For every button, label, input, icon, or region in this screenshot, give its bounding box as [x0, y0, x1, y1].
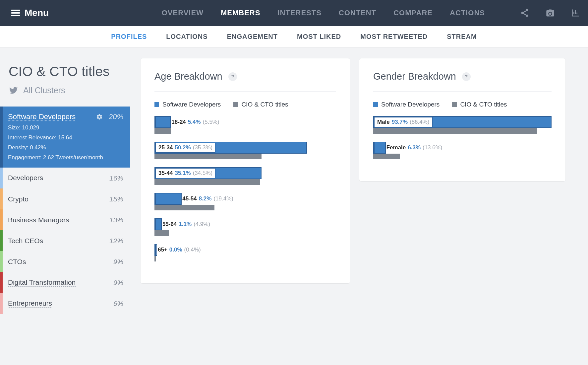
bar-label: Male 93.7% (86.4%) — [375, 117, 433, 127]
legend-item-secondary: CIO & CTO titles — [233, 101, 288, 108]
cluster-pct: 6% — [113, 300, 123, 308]
legend-item-primary: Software Developers — [154, 101, 221, 108]
cluster-name: Crypto — [8, 195, 29, 203]
top-nav: Menu OVERVIEWMEMBERSINTERESTSCONTENTCOMP… — [0, 0, 588, 26]
cluster-pct: 9% — [113, 279, 123, 287]
subnav-link-most-retweeted[interactable]: MOST RETWEETED — [360, 33, 428, 40]
nav-link-content[interactable]: CONTENT — [330, 0, 385, 26]
cluster-name: Tech CEOs — [8, 237, 43, 245]
cluster-item[interactable]: Business Managers13% — [0, 209, 130, 230]
bar-secondary — [154, 256, 156, 261]
sub-nav: PROFILESLOCATIONSENGAGEMENTMOST LIKEDMOS… — [0, 26, 588, 48]
cluster-name: Digital Transformation — [8, 278, 76, 287]
cluster-item[interactable]: Developers16% — [0, 168, 130, 188]
bar-row: 25-34 50.2% (35.3%) — [154, 142, 336, 159]
bar-primary: Female 6.3% (13.6%) — [373, 142, 386, 154]
subnav-link-stream[interactable]: STREAM — [447, 33, 477, 40]
cluster-item[interactable]: Digital Transformation9% — [0, 272, 130, 293]
cluster-pct: 15% — [109, 195, 123, 203]
bar-row: Male 93.7% (86.4%) — [373, 116, 552, 134]
help-icon[interactable]: ? — [462, 72, 471, 81]
nav-link-compare[interactable]: COMPARE — [385, 0, 441, 26]
cluster-pct: 16% — [109, 174, 123, 182]
bar-secondary — [154, 128, 171, 134]
bar-row: Female 6.3% (13.6%) — [373, 142, 552, 159]
bar-secondary — [373, 154, 400, 159]
bar-primary: Male 93.7% (86.4%) — [373, 116, 552, 128]
share-button[interactable] — [512, 0, 538, 26]
bar-label: Female 6.3% (13.6%) — [386, 142, 442, 153]
twitter-icon — [9, 85, 19, 95]
sidebar: CIO & CTO titles All Clusters Software D… — [0, 48, 130, 314]
gear-icon[interactable] — [96, 113, 103, 120]
cluster-item[interactable]: CTOs9% — [0, 251, 130, 272]
legend-age: Software Developers CIO & CTO titles — [154, 101, 336, 116]
bar-chart-icon — [571, 8, 580, 18]
bar-secondary — [154, 230, 169, 236]
bar-label: 55-64 1.1% (4.9%) — [162, 219, 210, 230]
bar-row: 45-54 8.2% (19.4%) — [154, 193, 336, 210]
subnav-link-locations[interactable]: LOCATIONS — [166, 33, 207, 40]
bar-primary: 18-24 5.4% (5.5%) — [154, 116, 171, 128]
bar-label: 65+ 0.0% (0.4%) — [158, 245, 201, 255]
cluster-name: Developers — [8, 174, 43, 182]
all-clusters-link[interactable]: All Clusters — [0, 85, 130, 107]
legend-item-secondary: CIO & CTO titles — [452, 101, 507, 108]
subnav-link-most-liked[interactable]: MOST LIKED — [297, 33, 341, 40]
bar-primary: 25-34 50.2% (35.3%) — [154, 142, 307, 154]
menu-button[interactable]: Menu — [0, 0, 60, 26]
cluster-item[interactable]: Tech CEOs12% — [0, 230, 130, 251]
nav-link-actions[interactable]: ACTIONS — [441, 0, 494, 26]
all-clusters-label: All Clusters — [23, 86, 65, 95]
bar-label: 35-44 35.1% (34.5%) — [156, 168, 215, 178]
nav-link-members[interactable]: MEMBERS — [212, 0, 269, 26]
subnav-link-profiles[interactable]: PROFILES — [111, 33, 147, 40]
subnav-link-engagement[interactable]: ENGAGEMENT — [227, 33, 278, 40]
cluster-pct: 13% — [109, 216, 123, 224]
bar-primary: 45-54 8.2% (19.4%) — [154, 193, 182, 205]
cluster-stat-engagement: Engagement: 2.62 Tweets/user/month — [8, 151, 123, 161]
cluster-item[interactable]: Entrepreneurs6% — [0, 293, 130, 314]
card-gender-breakdown: Gender Breakdown ? Software Developers C… — [359, 58, 565, 181]
bar-primary: 65+ 0.0% (0.4%) — [154, 244, 157, 256]
menu-label: Menu — [25, 8, 49, 18]
bar-label: 25-34 50.2% (35.3%) — [156, 143, 215, 153]
card-title-gender: Gender Breakdown — [373, 71, 456, 82]
share-icon — [520, 8, 530, 18]
bar-primary: 35-44 35.1% (34.5%) — [154, 167, 262, 179]
card-title-age: Age Breakdown — [154, 71, 222, 82]
legend-item-primary: Software Developers — [373, 101, 440, 108]
card-age-breakdown: Age Breakdown ? Software Developers CIO … — [141, 58, 350, 283]
cluster-active[interactable]: Software Developers 20% Size: 10,029 Int… — [0, 107, 130, 168]
cluster-stat-size: Size: 10,029 — [8, 121, 123, 131]
cluster-name: Business Managers — [8, 216, 69, 224]
help-icon[interactable]: ? — [228, 72, 237, 81]
cluster-stat-density: Density: 0.42% — [8, 141, 123, 151]
chart-button[interactable] — [563, 0, 588, 26]
bar-row: 65+ 0.0% (0.4%) — [154, 244, 336, 261]
cluster-name: CTOs — [8, 258, 26, 266]
bar-label: 18-24 5.4% (5.5%) — [171, 117, 219, 127]
page-title: CIO & CTO titles — [0, 64, 130, 85]
cluster-pct: 12% — [109, 237, 123, 245]
cluster-stat-relevance: Interest Relevance: 15.64 — [8, 131, 123, 141]
bar-secondary — [154, 205, 214, 210]
bar-label: 45-54 8.2% (19.4%) — [182, 193, 233, 204]
bar-row: 55-64 1.1% (4.9%) — [154, 218, 336, 236]
bar-secondary — [154, 154, 262, 159]
legend-gender: Software Developers CIO & CTO titles — [373, 101, 552, 116]
bar-secondary — [154, 179, 260, 185]
nav-link-interests[interactable]: INTERESTS — [269, 0, 330, 26]
screenshot-button[interactable] — [538, 0, 563, 26]
top-nav-divider — [503, 4, 503, 22]
main-content: Age Breakdown ? Software Developers CIO … — [130, 48, 588, 314]
cluster-name: Entrepreneurs — [8, 299, 52, 308]
cluster-pct: 9% — [113, 258, 123, 266]
bar-row: 35-44 35.1% (34.5%) — [154, 167, 336, 185]
camera-icon — [546, 8, 555, 18]
bar-secondary — [373, 128, 537, 134]
cluster-item[interactable]: Crypto15% — [0, 188, 130, 209]
cluster-active-name: Software Developers — [8, 112, 76, 121]
cluster-active-pct: 20% — [109, 112, 123, 121]
nav-link-overview[interactable]: OVERVIEW — [153, 0, 212, 26]
